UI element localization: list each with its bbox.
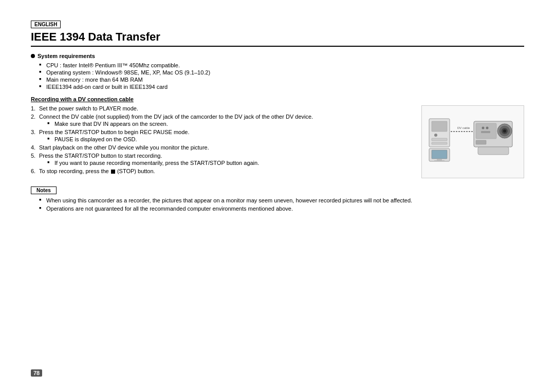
svg-point-16 [503,129,506,133]
svg-rect-3 [432,138,447,141]
step-5: 5. Press the START/STOP button to start … [31,153,411,166]
svg-text:DV cable: DV cable [457,126,470,129]
svg-point-19 [482,127,485,129]
svg-rect-18 [478,147,509,155]
step-3: 3. Press the START/STOP button to begin … [31,129,411,142]
svg-point-2 [434,134,437,137]
svg-rect-17 [476,140,486,144]
page-title: IEEE 1394 Data Transfer [31,30,524,47]
step-6: 6. To stop recording, press the (STOP) b… [31,168,411,174]
system-requirements-header: System requirements [31,53,524,59]
step-4: 4. Start playback on the other DV device… [31,144,411,151]
system-requirements-section: System requirements CPU : faster Intel® … [31,53,524,90]
step-6-suffix: (STOP) button. [117,168,155,174]
note-item: When using this camcorder as a recorder,… [39,197,524,203]
instructions-area: 1. Set the power switch to PLAYER mode. … [31,105,411,178]
list-item: Main memory : more than 64 MB RAM [39,77,524,83]
recording-section: Recording with a DV connection cable 1. … [31,96,524,178]
sub-item: If you want to pause recording momentari… [47,160,411,166]
svg-rect-6 [432,150,447,159]
svg-rect-21 [481,131,490,133]
notes-section: Notes When using this camcorder as a rec… [31,186,524,212]
diagram-area: DV cable [421,105,524,178]
step-1: 1. Set the power switch to PLAYER mode. [31,105,411,111]
stop-icon [111,170,115,174]
english-badge: ENGLISH [31,21,61,28]
page-number: 78 [31,369,42,377]
svg-point-20 [486,127,489,129]
recording-header: Recording with a DV connection cable [31,96,524,102]
steps-list: 1. Set the power switch to PLAYER mode. … [31,105,411,174]
list-item: CPU : faster Intel® Pentium III™ 450Mhz … [39,62,524,68]
list-item: Operating system : Windows® 98SE, ME, XP… [39,69,524,76]
system-requirements-list: CPU : faster Intel® Pentium III™ 450Mhz … [31,62,524,90]
svg-rect-8 [434,160,445,161]
svg-rect-4 [432,142,447,144]
svg-rect-1 [432,121,447,132]
notes-label: Notes [31,186,57,194]
notes-list: When using this camcorder as a recorder,… [31,197,524,212]
sub-item: Make sure that DV IN appears on the scre… [47,121,411,127]
step-2: 2. Connect the DV cable (not supplied) f… [31,114,411,127]
sub-item: PAUSE is displayed on the OSD. [47,136,411,142]
list-item: IEEE1394 add-on card or built in IEEE139… [39,84,524,90]
svg-rect-7 [437,159,442,160]
note-item: Operations are not guaranteed for all th… [39,206,524,212]
connection-diagram: DV cable [427,114,519,170]
